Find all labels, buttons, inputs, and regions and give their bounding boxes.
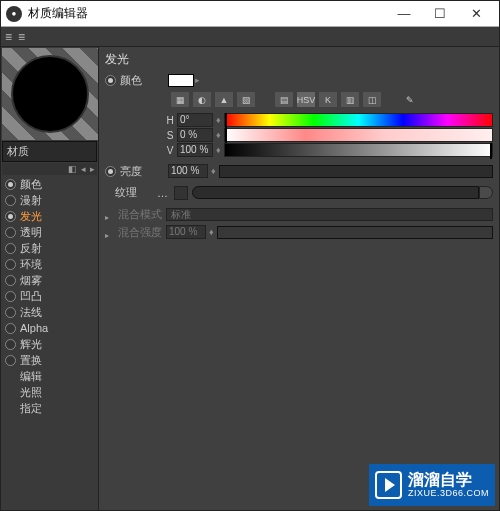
picker-grid-icon[interactable]: ▦ <box>171 92 189 107</box>
channel-item[interactable]: 凹凸 <box>1 288 98 304</box>
color-checkbox[interactable] <box>105 75 116 86</box>
channel-checkbox[interactable] <box>5 307 16 318</box>
material-name-field[interactable]: 材质 <box>2 141 97 162</box>
brightness-checkbox[interactable] <box>105 166 116 177</box>
channel-item[interactable]: 反射 <box>1 240 98 256</box>
picker-wheel-icon[interactable]: ◐ <box>193 92 211 107</box>
sat-spinner[interactable]: ♦ <box>216 130 221 140</box>
watermark-text: 溜溜自学 ZIXUE.3D66.COM <box>408 471 489 498</box>
channel-item[interactable]: 漫射 <box>1 192 98 208</box>
channel-item[interactable]: 烟雾 <box>1 272 98 288</box>
picker-image-icon[interactable]: ▧ <box>237 92 255 107</box>
sat-slider[interactable] <box>224 128 493 142</box>
texture-preview-chip[interactable] <box>174 186 188 200</box>
channel-checkbox[interactable] <box>5 291 16 302</box>
channel-item[interactable]: 环境 <box>1 256 98 272</box>
sat-value[interactable]: 0 % <box>177 128 213 142</box>
main-area: 材质 ◧ ◂ ▸ 颜色漫射发光透明反射环境烟雾凹凸法线Alpha辉光置换编辑光照… <box>1 47 499 510</box>
sidebar: 材质 ◧ ◂ ▸ 颜色漫射发光透明反射环境烟雾凹凸法线Alpha辉光置换编辑光照… <box>1 47 99 510</box>
sat-label: S <box>163 130 177 141</box>
channel-checkbox[interactable] <box>5 275 16 286</box>
material-preview[interactable] <box>2 48 98 140</box>
color-spinner[interactable]: ▸ <box>195 75 200 85</box>
blend-strength-value: 100 % <box>166 225 206 239</box>
channel-checkbox[interactable] <box>5 243 16 254</box>
close-button[interactable]: ✕ <box>458 6 494 21</box>
brightness-spinner[interactable]: ♦ <box>211 166 216 176</box>
preview-scrollbar[interactable]: ◧ ◂ ▸ <box>2 163 97 175</box>
sat-row: S 0 % ♦ <box>163 128 493 142</box>
menu-icon-1[interactable]: ≡ <box>5 30 12 44</box>
hue-label: H <box>163 115 177 126</box>
blend-strength-row: 混合强度 100 % ♦ <box>105 224 493 240</box>
channel-label: 辉光 <box>20 337 42 352</box>
channel-item[interactable]: 辉光 <box>1 336 98 352</box>
hsv-button[interactable]: HSV <box>297 92 315 107</box>
material-editor-window: ● 材质编辑器 — ☐ ✕ ≡ ≡ 材质 ◧ ◂ ▸ 颜色漫射发光透明反射环境烟… <box>0 0 500 511</box>
channel-label: 光照 <box>20 385 42 400</box>
channel-checkbox[interactable] <box>5 259 16 270</box>
channel-checkbox[interactable] <box>5 323 16 334</box>
channel-item[interactable]: 光照 <box>1 384 98 400</box>
texture-label: 纹理 <box>115 185 157 200</box>
hue-value[interactable]: 0° <box>177 113 213 127</box>
channel-item[interactable]: 指定 <box>1 400 98 416</box>
menu-bar: ≡ ≡ <box>1 27 499 47</box>
channel-checkbox[interactable] <box>5 195 16 206</box>
channel-label: 指定 <box>20 401 42 416</box>
texture-dropdown-button[interactable] <box>479 186 493 199</box>
blend-strength-spinner: ♦ <box>209 227 214 237</box>
rgb-icon[interactable]: ▤ <box>275 92 293 107</box>
mixer-icon[interactable]: ◫ <box>363 92 381 107</box>
titlebar: ● 材质编辑器 — ☐ ✕ <box>1 1 499 27</box>
window-title: 材质编辑器 <box>28 5 386 22</box>
channel-item[interactable]: 透明 <box>1 224 98 240</box>
app-icon: ● <box>6 6 22 22</box>
color-swatch[interactable] <box>168 74 194 87</box>
play-icon <box>375 471 402 499</box>
channel-item[interactable]: 颜色 <box>1 176 98 192</box>
lock-icon[interactable]: ◧ <box>68 164 77 174</box>
picker-spectrum-icon[interactable]: ▲ <box>215 92 233 107</box>
texture-menu-icon[interactable]: … <box>157 187 168 199</box>
eyedropper-icon[interactable]: ✎ <box>401 92 419 107</box>
menu-icon-2[interactable]: ≡ <box>18 30 25 44</box>
blend-strength-slider <box>217 226 493 239</box>
channel-checkbox[interactable] <box>5 339 16 350</box>
brightness-value[interactable]: 100 % <box>168 164 208 178</box>
scroll-left-icon[interactable]: ◂ <box>81 164 86 174</box>
blend-strength-label: 混合强度 <box>118 225 166 240</box>
channel-panel: 发光 颜色 ▸ ▦ ◐ ▲ ▧ ▤ HSV K ▥ ◫ <box>99 47 499 510</box>
minimize-button[interactable]: — <box>386 6 422 21</box>
kelvin-icon[interactable]: K <box>319 92 337 107</box>
channel-item[interactable]: 编辑 <box>1 368 98 384</box>
val-slider[interactable] <box>224 143 493 157</box>
channel-item[interactable]: Alpha <box>1 320 98 336</box>
channel-label: 漫射 <box>20 193 42 208</box>
channel-checkbox[interactable] <box>5 179 16 190</box>
channel-label: 法线 <box>20 305 42 320</box>
channel-label: 编辑 <box>20 369 42 384</box>
channel-checkbox[interactable] <box>5 355 16 366</box>
channel-checkbox[interactable] <box>5 227 16 238</box>
swatches-icon[interactable]: ▥ <box>341 92 359 107</box>
blend-mode-field: 标准 <box>166 208 493 221</box>
texture-field[interactable] <box>192 186 479 199</box>
scroll-right-icon[interactable]: ▸ <box>90 164 95 174</box>
val-label: V <box>163 145 177 156</box>
channel-item[interactable]: 置换 <box>1 352 98 368</box>
channel-item[interactable]: 法线 <box>1 304 98 320</box>
watermark-url: ZIXUE.3D66.COM <box>408 489 489 499</box>
val-value[interactable]: 100 % <box>177 143 213 157</box>
channel-label: 凹凸 <box>20 289 42 304</box>
brightness-slider[interactable] <box>219 165 493 178</box>
channel-checkbox[interactable] <box>5 211 16 222</box>
maximize-button[interactable]: ☐ <box>422 6 458 21</box>
channel-item[interactable]: 发光 <box>1 208 98 224</box>
val-row: V 100 % ♦ <box>163 143 493 157</box>
hue-slider[interactable] <box>224 113 493 127</box>
val-spinner[interactable]: ♦ <box>216 145 221 155</box>
hue-spinner[interactable]: ♦ <box>216 115 221 125</box>
channel-label: 反射 <box>20 241 42 256</box>
channel-label: 发光 <box>20 209 42 224</box>
